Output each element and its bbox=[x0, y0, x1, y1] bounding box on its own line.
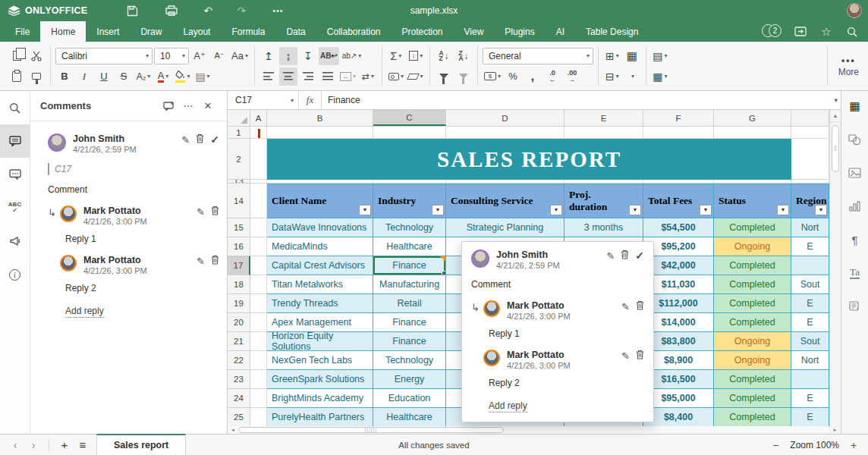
change-case-button[interactable]: Aa bbox=[230, 47, 250, 65]
decrease-font-button[interactable]: A⁻ bbox=[210, 47, 228, 65]
select-all-corner[interactable] bbox=[228, 110, 250, 126]
sidebar-chat-button[interactable] bbox=[0, 158, 30, 191]
cell[interactable] bbox=[250, 237, 267, 256]
cell[interactable]: Finance bbox=[373, 313, 446, 332]
borders-button[interactable]: ▤ bbox=[193, 67, 212, 86]
sheet-list-button[interactable]: ≡ bbox=[74, 436, 92, 454]
sort-ascending-button[interactable]: AZ↓ bbox=[435, 47, 453, 65]
cell-name-box[interactable]: C17▾ bbox=[228, 91, 299, 110]
row-header[interactable]: 17 bbox=[228, 256, 250, 275]
comments-close-button[interactable]: ✕ bbox=[198, 97, 218, 115]
insert-function-button[interactable]: fx bbox=[299, 91, 322, 110]
shape-settings-button[interactable] bbox=[847, 132, 863, 147]
sheet-tab[interactable]: Sales report bbox=[96, 434, 186, 455]
report-title-banner[interactable]: SALES REPORT bbox=[267, 139, 791, 180]
favorite-button[interactable]: ☆ bbox=[815, 24, 838, 40]
row-header[interactable]: 14 bbox=[228, 184, 250, 218]
increase-decimal-button[interactable]: .00→ bbox=[563, 67, 581, 86]
cut-button[interactable] bbox=[27, 47, 46, 65]
edit-reply-button[interactable]: ✎ bbox=[197, 256, 205, 267]
column-header[interactable]: E bbox=[565, 110, 643, 126]
add-reply-link[interactable]: Add reply bbox=[489, 400, 527, 413]
sidebar-about-button[interactable]: i bbox=[0, 258, 30, 291]
cell[interactable]: E bbox=[791, 408, 829, 426]
row-header[interactable]: 24 bbox=[228, 389, 250, 408]
subscript-button[interactable]: A₂ bbox=[134, 67, 153, 86]
row-header[interactable]: 21 bbox=[228, 332, 250, 351]
cell[interactable] bbox=[250, 256, 267, 275]
sort-descending-button[interactable]: ZA↓ bbox=[454, 47, 473, 65]
scroll-right-button[interactable]: ▸ bbox=[829, 426, 841, 434]
row-header[interactable]: 23 bbox=[228, 370, 250, 389]
column-header[interactable]: B bbox=[267, 110, 373, 126]
tab-home[interactable]: Home bbox=[40, 21, 86, 42]
edit-comment-button[interactable]: ✎ bbox=[181, 134, 190, 146]
tab-layout[interactable]: Layout bbox=[172, 21, 221, 42]
cell[interactable] bbox=[791, 127, 829, 139]
comma-style-button[interactable]: , bbox=[524, 67, 542, 86]
cell[interactable]: E bbox=[791, 237, 829, 256]
filter-button[interactable]: ▼ bbox=[432, 205, 444, 215]
filter-button[interactable]: ▼ bbox=[777, 205, 789, 215]
cell[interactable] bbox=[791, 139, 829, 180]
cell[interactable]: E bbox=[791, 313, 829, 332]
delete-cells-button[interactable]: ⊟ bbox=[603, 67, 621, 86]
edit-comment-button[interactable]: ✎ bbox=[606, 250, 615, 262]
merge-cells-button[interactable]: ↔ bbox=[338, 67, 357, 86]
cell[interactable]: Completed bbox=[714, 256, 791, 275]
vertical-scroll-thumb[interactable]: ≡≡ bbox=[832, 125, 839, 172]
cell[interactable]: Technology bbox=[373, 218, 446, 237]
sidebar-spellcheck-button[interactable]: ABC✓ bbox=[0, 191, 30, 224]
undo-button[interactable]: ↶ bbox=[195, 2, 221, 19]
table-column-header[interactable]: Total Fees▼ bbox=[643, 184, 714, 218]
edit-reply-button[interactable]: ✎ bbox=[621, 350, 630, 362]
cell[interactable]: GreenSpark Solutions bbox=[267, 370, 373, 389]
open-file-location-button[interactable] bbox=[789, 24, 812, 40]
cell[interactable]: Trendy Threads bbox=[267, 294, 373, 313]
cell[interactable]: Completed bbox=[714, 408, 791, 426]
format-as-table-button[interactable]: ▦ bbox=[623, 47, 641, 65]
cell[interactable]: E bbox=[791, 389, 829, 408]
cell[interactable] bbox=[565, 127, 643, 139]
sidebar-feedback-button[interactable] bbox=[0, 224, 30, 258]
cell[interactable]: Sout bbox=[791, 332, 829, 351]
cell[interactable]: Apex Management bbox=[267, 313, 373, 332]
cell[interactable]: Completed bbox=[714, 275, 791, 294]
comments-more-button[interactable]: ⋯ bbox=[178, 97, 198, 115]
comment-popup[interactable]: John Smith 4/21/26, 2:59 PM ✎ ✓ Comment … bbox=[461, 241, 654, 422]
tab-ai[interactable]: AI bbox=[546, 21, 575, 42]
cell[interactable]: Ongoing bbox=[714, 332, 791, 351]
cell[interactable]: Capital Crest Advisors bbox=[267, 256, 373, 275]
accounting-style-button[interactable]: $ bbox=[483, 67, 502, 86]
cell[interactable]: E bbox=[791, 294, 829, 313]
row-header[interactable]: 16 bbox=[228, 237, 250, 256]
cell[interactable]: Completed bbox=[714, 294, 791, 313]
cell[interactable]: Healthcare bbox=[373, 237, 446, 256]
cell[interactable]: Ongoing bbox=[714, 237, 791, 256]
tab-draw[interactable]: Draw bbox=[130, 21, 172, 42]
tab-data[interactable]: Data bbox=[275, 21, 316, 42]
cell[interactable] bbox=[250, 408, 267, 426]
tab-view[interactable]: View bbox=[454, 21, 495, 42]
cell[interactable]: Finance bbox=[373, 332, 446, 351]
redo-button[interactable]: ↷ bbox=[228, 2, 254, 19]
clear-button[interactable] bbox=[407, 67, 425, 86]
cell[interactable]: Ongoing bbox=[714, 351, 791, 370]
cell-style-button[interactable] bbox=[623, 67, 641, 86]
add-reply-link[interactable]: Add reply bbox=[65, 306, 104, 318]
table-column-header[interactable]: Region▼ bbox=[791, 184, 829, 218]
sidebar-search-button[interactable] bbox=[0, 91, 30, 124]
cell[interactable] bbox=[250, 139, 267, 180]
filter-button[interactable]: ▼ bbox=[700, 205, 712, 215]
horizontal-scroll-thumb[interactable]: |||||| bbox=[238, 427, 504, 433]
cell[interactable]: Technology bbox=[373, 351, 446, 370]
tab-file[interactable]: File bbox=[5, 21, 40, 42]
font-size-select[interactable]: 10▾ bbox=[154, 48, 189, 64]
cell[interactable]: Manufacturing bbox=[373, 275, 446, 294]
italic-button[interactable]: I bbox=[75, 67, 93, 86]
cell[interactable]: NexGen Tech Labs bbox=[267, 351, 373, 370]
align-right-button[interactable] bbox=[299, 67, 317, 86]
cell[interactable]: Strategic Planning bbox=[446, 218, 565, 237]
column-header[interactable]: C bbox=[373, 110, 446, 126]
delete-reply-button[interactable] bbox=[636, 300, 644, 312]
